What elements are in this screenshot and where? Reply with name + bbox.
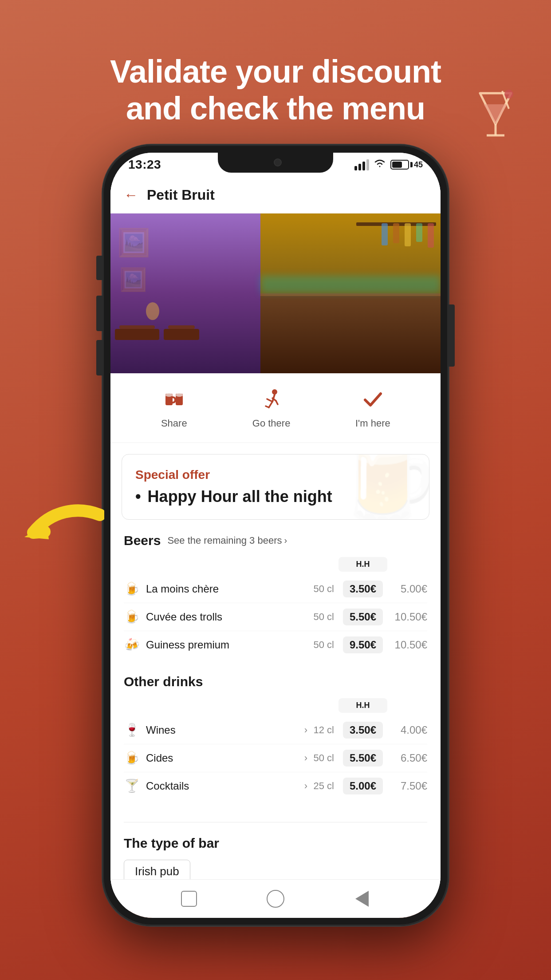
wines-normal-price: 4.00€ [387, 724, 427, 736]
bar-scene-bg: 🖼️ 🖼️ [110, 213, 441, 373]
beers-title: Beers [124, 533, 161, 548]
wines-arrow-icon: › [304, 724, 307, 736]
home-square-icon [181, 891, 197, 907]
back-nav-button[interactable] [264, 888, 287, 910]
phone-frame-wrapper: 13:23 45 [102, 145, 449, 926]
beers-section: Beers See the remaining 3 beers › H.H 🍺 [110, 533, 441, 813]
home-button[interactable] [178, 888, 200, 910]
cocktails-volume: 25 cl [307, 780, 334, 792]
cocktails-hh-price: 5.00€ [343, 778, 383, 794]
svg-rect-7 [165, 395, 173, 405]
cides-name: Cides [146, 752, 302, 764]
cides-hh-price: 5.50€ [343, 750, 383, 767]
beer-emoji-3: 🍻 [124, 637, 140, 652]
cider-emoji: 🍺 [124, 751, 140, 765]
im-here-button[interactable]: I'm here [355, 387, 390, 429]
special-offer-bg-icon: 🍺 [331, 454, 429, 520]
go-there-label: Go there [252, 418, 291, 429]
hh-badge-beers: H.H [338, 557, 387, 572]
hh-label-beers: H.H [346, 560, 380, 569]
beers-category-header: Beers See the remaining 3 beers › [124, 533, 427, 548]
cides-volume: 50 cl [307, 752, 334, 764]
cocktail-emoji: 🍸 [124, 778, 140, 793]
recent-triangle-icon [355, 891, 369, 907]
cocktails-normal-price: 7.50€ [387, 780, 427, 792]
hh-label-drinks: H.H [346, 701, 380, 710]
svg-rect-9 [176, 395, 183, 405]
svg-line-15 [267, 399, 272, 402]
cocktail-decoration [467, 84, 524, 142]
table-row: 🍻 Guiness premium 50 cl 9.50€ 10.50€ [124, 631, 427, 659]
headline-line1: Validate your discount [110, 54, 441, 89]
status-icons: 45 [354, 158, 423, 171]
volume-up-button[interactable] [96, 296, 102, 331]
section-divider [124, 822, 427, 822]
svg-line-16 [269, 402, 272, 407]
signal-icon [354, 159, 369, 170]
power-button[interactable] [449, 304, 455, 367]
price-header: H.H [124, 557, 427, 572]
beer-emoji-2: 🍺 [124, 609, 140, 624]
other-drinks-title: Other drinks [124, 674, 203, 689]
beer-name-2: Cuvée des trolls [146, 611, 307, 623]
svg-line-17 [266, 406, 269, 407]
app-header: ← Petit Bruit [110, 177, 441, 213]
table-row[interactable]: 🍷 Wines › 12 cl 3.50€ 4.00€ [124, 716, 427, 744]
restaurant-image: 🖼️ 🖼️ [110, 213, 441, 373]
svg-point-4 [504, 90, 513, 99]
beer-volume-3: 50 cl [307, 639, 334, 651]
beer-hh-price-3: 9.50€ [343, 636, 383, 653]
special-offer-section: 🍺 Special offer • Happy Hour all the nig… [122, 454, 429, 520]
go-there-icon [258, 387, 285, 413]
beer-name-3: Guiness premium [146, 639, 307, 651]
status-time: 13:23 [128, 158, 161, 172]
see-more-beers-button[interactable]: See the remaining 3 beers › [167, 535, 287, 546]
beer-normal-price-2: 10.50€ [387, 611, 427, 623]
bullet-point: • [135, 487, 141, 506]
wine-emoji: 🍷 [124, 723, 140, 737]
table-row: 🍺 La moins chère 50 cl 3.50€ 5.00€ [124, 575, 427, 603]
app-title: Petit Bruit [147, 187, 215, 203]
special-offer-text: Happy Hour all the night [148, 487, 332, 506]
wifi-icon [374, 158, 386, 171]
mute-button[interactable] [96, 256, 102, 280]
cocktails-arrow-icon: › [304, 780, 307, 792]
back-button[interactable]: ← [124, 187, 138, 203]
go-there-button[interactable]: Go there [252, 387, 291, 429]
beers-list: 🍺 La moins chère 50 cl 3.50€ 5.00€ 🍺 Cuv… [124, 575, 427, 659]
action-buttons-row: Share [110, 373, 441, 443]
app-content: ← Petit Bruit 🖼️ 🖼️ [110, 177, 441, 918]
table-row[interactable]: 🍸 Cocktails › 25 cl 5.00€ 7.50€ [124, 772, 427, 800]
bar-type-title: The type of bar [124, 836, 427, 851]
share-label: Share [161, 418, 187, 429]
beer-hh-price-2: 5.50€ [343, 609, 383, 625]
volume-down-button[interactable] [96, 340, 102, 375]
other-drinks-list: 🍷 Wines › 12 cl 3.50€ 4.00€ 🍺 Cides › 50… [124, 716, 427, 800]
back-circle-icon [267, 890, 284, 908]
navigation-bar [110, 879, 441, 918]
phone-screen: 13:23 45 [110, 153, 441, 918]
beer-volume-2: 50 cl [307, 611, 334, 623]
hh-badge-drinks: H.H [338, 698, 387, 713]
recent-apps-button[interactable] [351, 888, 373, 910]
headline: Validate your discount and check the men… [39, 0, 512, 127]
notch [218, 153, 333, 173]
other-drinks-price-header: H.H [124, 698, 427, 713]
arrow-decoration [24, 493, 104, 557]
beer-emoji-1: 🍺 [124, 581, 140, 596]
cides-arrow-icon: › [304, 752, 307, 764]
wines-volume: 12 cl [307, 724, 334, 736]
beer-name-1: La moins chère [146, 583, 307, 595]
chevron-down-icon: › [284, 535, 287, 545]
see-more-beers-label: See the remaining 3 beers [167, 535, 282, 546]
beer-normal-price-1: 5.00€ [387, 583, 427, 595]
other-drinks-header: Other drinks [124, 674, 427, 689]
cides-normal-price: 6.50€ [387, 752, 427, 764]
table-row: 🍺 Cuvée des trolls 50 cl 5.50€ 10.50€ [124, 603, 427, 631]
beer-volume-1: 50 cl [307, 583, 334, 595]
svg-point-11 [165, 393, 173, 397]
cocktails-name: Cocktails [146, 780, 302, 792]
im-here-icon [359, 387, 386, 413]
table-row[interactable]: 🍺 Cides › 50 cl 5.50€ 6.50€ [124, 744, 427, 772]
share-button[interactable]: Share [161, 387, 187, 429]
